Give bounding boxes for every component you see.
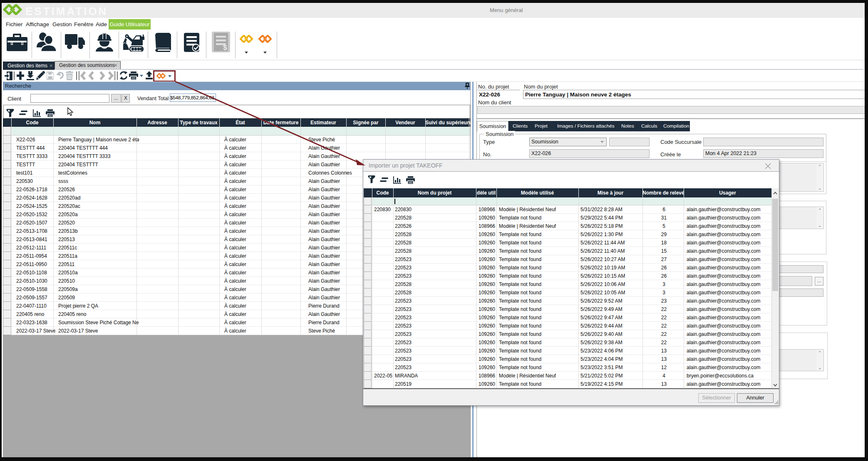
svg-text:$: $: [223, 44, 227, 51]
